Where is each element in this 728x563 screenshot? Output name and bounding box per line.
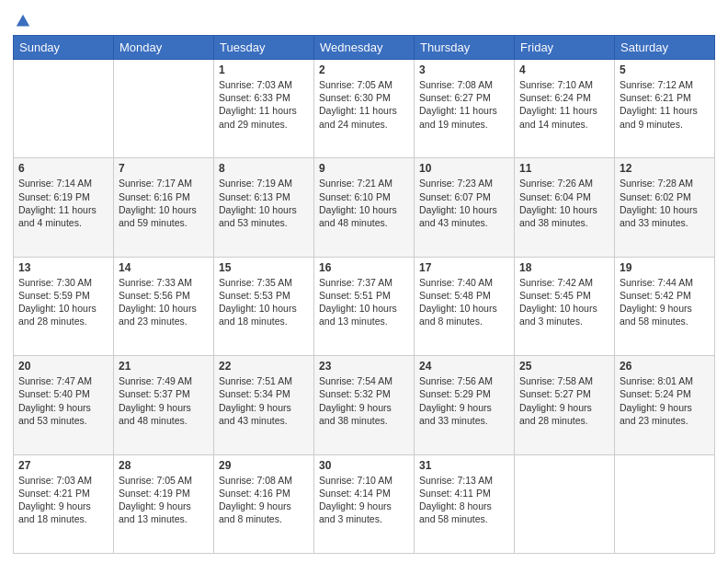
day-info: Sunrise: 7:30 AM <box>18 276 108 289</box>
day-number: 12 <box>620 162 710 175</box>
day-info: Sunrise: 7:47 AM <box>18 374 108 387</box>
day-cell-5: 5Sunrise: 7:12 AMSunset: 6:21 PMDaylight… <box>615 60 715 158</box>
day-info: Sunrise: 7:54 AM <box>319 374 409 387</box>
day-info: Daylight: 11 hours and 9 minutes. <box>620 104 710 130</box>
day-info: Sunrise: 7:05 AM <box>319 78 409 91</box>
day-info: Sunrise: 7:13 AM <box>419 474 509 487</box>
day-info: Sunset: 5:45 PM <box>519 289 609 302</box>
day-info: Sunrise: 7:08 AM <box>219 474 309 487</box>
day-info: Sunrise: 7:03 AM <box>219 78 309 91</box>
day-info: Daylight: 8 hours and 58 minutes. <box>419 500 509 525</box>
day-info: Daylight: 10 hours and 18 minutes. <box>219 302 309 327</box>
day-info: Sunset: 5:59 PM <box>18 289 108 302</box>
day-number: 1 <box>219 63 309 76</box>
day-info: Sunrise: 7:14 AM <box>18 177 108 190</box>
day-info: Sunset: 6:33 PM <box>219 91 309 104</box>
day-cell-2: 2Sunrise: 7:05 AMSunset: 6:30 PMDaylight… <box>314 60 415 158</box>
day-info: Sunset: 5:37 PM <box>119 387 209 400</box>
day-number: 18 <box>519 261 609 274</box>
day-info: Sunrise: 7:10 AM <box>319 474 409 487</box>
day-info: Sunset: 5:32 PM <box>319 387 409 400</box>
day-cell-23: 23Sunrise: 7:54 AMSunset: 5:32 PMDayligh… <box>314 356 415 454</box>
day-number: 30 <box>319 459 409 472</box>
day-info: Daylight: 9 hours and 23 minutes. <box>620 401 710 427</box>
day-info: Sunset: 6:02 PM <box>620 190 710 203</box>
day-info: Sunset: 4:14 PM <box>319 487 409 500</box>
day-number: 27 <box>18 459 108 472</box>
empty-cell <box>14 60 114 158</box>
day-info: Sunrise: 7:37 AM <box>319 276 409 289</box>
day-info: Sunset: 4:16 PM <box>219 487 309 500</box>
day-cell-16: 16Sunrise: 7:37 AMSunset: 5:51 PMDayligh… <box>314 257 415 355</box>
day-cell-27: 27Sunrise: 7:03 AMSunset: 4:21 PMDayligh… <box>14 454 114 553</box>
day-number: 25 <box>519 360 609 373</box>
weekday-header-thursday: Thursday <box>415 36 515 60</box>
day-info: Daylight: 10 hours and 53 minutes. <box>219 203 309 229</box>
day-cell-20: 20Sunrise: 7:47 AMSunset: 5:40 PMDayligh… <box>14 356 114 454</box>
day-info: Sunset: 4:19 PM <box>119 487 209 500</box>
day-number: 11 <box>519 162 609 175</box>
day-info: Daylight: 10 hours and 59 minutes. <box>119 203 209 229</box>
day-cell-26: 26Sunrise: 8:01 AMSunset: 5:24 PMDayligh… <box>615 356 715 454</box>
logo-icon <box>15 13 31 29</box>
day-info: Daylight: 10 hours and 13 minutes. <box>319 302 409 327</box>
day-number: 26 <box>620 360 710 373</box>
weekday-header-sunday: Sunday <box>14 36 114 60</box>
day-info: Sunset: 6:21 PM <box>620 91 710 104</box>
day-info: Sunset: 6:24 PM <box>519 91 609 104</box>
day-info: Sunset: 5:53 PM <box>219 289 309 302</box>
week-row-5: 27Sunrise: 7:03 AMSunset: 4:21 PMDayligh… <box>14 454 715 553</box>
day-info: Daylight: 11 hours and 24 minutes. <box>319 104 409 130</box>
weekday-header-monday: Monday <box>114 36 214 60</box>
logo-text <box>13 13 31 29</box>
day-info: Daylight: 10 hours and 23 minutes. <box>119 302 209 327</box>
day-info: Daylight: 9 hours and 3 minutes. <box>319 500 409 525</box>
day-number: 9 <box>319 162 409 175</box>
day-number: 31 <box>419 459 509 472</box>
empty-cell <box>515 454 615 553</box>
day-cell-21: 21Sunrise: 7:49 AMSunset: 5:37 PMDayligh… <box>114 356 214 454</box>
day-info: Sunrise: 7:35 AM <box>219 276 309 289</box>
day-info: Daylight: 9 hours and 8 minutes. <box>219 500 309 525</box>
page: SundayMondayTuesdayWednesdayThursdayFrid… <box>0 0 728 563</box>
day-cell-22: 22Sunrise: 7:51 AMSunset: 5:34 PMDayligh… <box>214 356 314 454</box>
day-info: Daylight: 11 hours and 14 minutes. <box>519 104 609 130</box>
day-cell-13: 13Sunrise: 7:30 AMSunset: 5:59 PMDayligh… <box>14 257 114 355</box>
day-info: Sunset: 5:24 PM <box>620 387 710 400</box>
day-number: 21 <box>119 360 209 373</box>
day-info: Sunrise: 7:08 AM <box>419 78 509 91</box>
day-info: Daylight: 9 hours and 33 minutes. <box>419 401 509 427</box>
day-number: 17 <box>419 261 509 274</box>
day-cell-17: 17Sunrise: 7:40 AMSunset: 5:48 PMDayligh… <box>415 257 515 355</box>
day-cell-30: 30Sunrise: 7:10 AMSunset: 4:14 PMDayligh… <box>314 454 415 553</box>
day-info: Sunset: 5:56 PM <box>119 289 209 302</box>
day-info: Sunrise: 8:01 AM <box>620 374 710 387</box>
day-number: 4 <box>519 63 609 76</box>
day-number: 5 <box>620 63 710 76</box>
day-number: 28 <box>119 459 209 472</box>
day-info: Sunrise: 7:56 AM <box>419 374 509 387</box>
weekday-header-tuesday: Tuesday <box>214 36 314 60</box>
day-cell-14: 14Sunrise: 7:33 AMSunset: 5:56 PMDayligh… <box>114 257 214 355</box>
day-info: Daylight: 9 hours and 13 minutes. <box>119 500 209 525</box>
day-number: 7 <box>119 162 209 175</box>
day-info: Sunset: 5:51 PM <box>319 289 409 302</box>
day-cell-19: 19Sunrise: 7:44 AMSunset: 5:42 PMDayligh… <box>615 257 715 355</box>
day-info: Daylight: 10 hours and 38 minutes. <box>519 203 609 229</box>
day-info: Sunrise: 7:21 AM <box>319 177 409 190</box>
day-cell-31: 31Sunrise: 7:13 AMSunset: 4:11 PMDayligh… <box>415 454 515 553</box>
day-cell-12: 12Sunrise: 7:28 AMSunset: 6:02 PMDayligh… <box>615 158 715 257</box>
day-info: Sunrise: 7:58 AM <box>519 374 609 387</box>
day-cell-29: 29Sunrise: 7:08 AMSunset: 4:16 PMDayligh… <box>214 454 314 553</box>
day-cell-18: 18Sunrise: 7:42 AMSunset: 5:45 PMDayligh… <box>515 257 615 355</box>
week-row-2: 6Sunrise: 7:14 AMSunset: 6:19 PMDaylight… <box>14 158 715 257</box>
day-info: Sunrise: 7:10 AM <box>519 78 609 91</box>
day-info: Sunset: 6:04 PM <box>519 190 609 203</box>
day-number: 22 <box>219 360 309 373</box>
day-info: Daylight: 11 hours and 19 minutes. <box>419 104 509 130</box>
day-info: Daylight: 9 hours and 38 minutes. <box>319 401 409 427</box>
day-info: Daylight: 9 hours and 18 minutes. <box>18 500 108 525</box>
day-info: Sunset: 6:16 PM <box>119 190 209 203</box>
day-number: 10 <box>419 162 509 175</box>
day-info: Sunset: 6:27 PM <box>419 91 509 104</box>
